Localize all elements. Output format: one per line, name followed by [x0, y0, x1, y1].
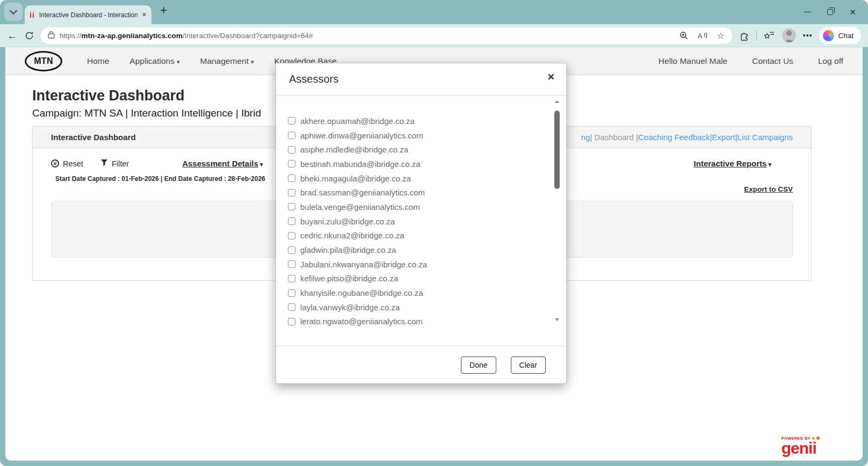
nav-item-management[interactable]: Management▾ — [200, 56, 254, 66]
assessor-checkbox[interactable] — [288, 289, 295, 297]
address-bar[interactable]: https://mtn-za-ap.geniianalytics.com/Int… — [41, 27, 732, 44]
chevron-down-icon: ▾ — [177, 59, 180, 65]
assessor-checkbox[interactable] — [288, 275, 295, 282]
nav-item-home[interactable]: Home — [87, 56, 109, 66]
minimize-button[interactable] — [804, 12, 811, 12]
modal-header: Assessors — [276, 63, 566, 96]
filter-icon — [100, 159, 108, 168]
assessor-item[interactable]: brad.sassman@geniianalytics.com — [288, 185, 545, 200]
assessor-checkbox[interactable] — [288, 246, 295, 254]
assessor-email: buyani.zulu@ibridge.co.za — [300, 217, 395, 226]
assessor-checkbox[interactable] — [288, 303, 295, 311]
settings-more-icon[interactable]: ••• — [803, 31, 813, 40]
assessor-checkbox[interactable] — [288, 203, 295, 210]
scrollbar-thumb[interactable] — [554, 111, 560, 189]
assessor-checkbox[interactable] — [288, 318, 295, 325]
copilot-chat-button[interactable]: Chat — [819, 27, 861, 44]
assessor-email: cedric.nkuna2@ibridge.co.za — [300, 231, 404, 240]
assessor-item[interactable]: bestinah.mabunda@ibridge.co.za — [288, 157, 545, 171]
assessor-email: bheki.magagula@ibridge.co.za — [300, 174, 411, 183]
assessor-item[interactable]: khanyisile.ngubane@ibridge.co.za — [288, 286, 545, 300]
restore-button[interactable] — [827, 9, 833, 15]
nav-item-log-off[interactable]: Log off — [818, 56, 843, 66]
assessor-item[interactable]: asiphe.mdledle@ibridge.co.za — [288, 142, 545, 157]
panel-link[interactable]: ng — [581, 133, 590, 142]
genii-brand-text: genii — [782, 440, 820, 456]
assessor-email: layla.vanwyk@ibridge.co.za — [300, 303, 400, 312]
zoom-in-icon[interactable] — [679, 31, 689, 40]
svg-text:A: A — [698, 32, 703, 40]
panel-link[interactable]: Export — [712, 133, 735, 142]
chevron-down-icon: ▾ — [260, 161, 263, 168]
nav-item-contact-us[interactable]: Contact Us — [752, 56, 793, 66]
nav-item-applications[interactable]: Applications▾ — [129, 56, 179, 66]
panel-link-separator: | — [590, 133, 594, 142]
back-button[interactable]: ← — [7, 30, 18, 42]
assessor-item[interactable]: lerato.ngwato@geniianalytics.com — [288, 315, 545, 329]
assessor-checkbox[interactable] — [288, 132, 295, 139]
assessor-checkbox[interactable] — [288, 146, 295, 154]
mtn-logo[interactable]: MTN — [25, 51, 62, 71]
assessor-item[interactable]: akhere.opuamah@ibridge.co.za — [288, 114, 545, 128]
panel-link[interactable]: List Campaigns — [737, 133, 793, 142]
export-to-csv-link[interactable]: Export to CSV — [744, 185, 793, 193]
done-button[interactable]: Done — [461, 356, 496, 374]
assessor-item[interactable]: buyani.zulu@ibridge.co.za — [288, 214, 545, 229]
assessor-item[interactable]: layla.vanwyk@ibridge.co.za — [288, 300, 545, 315]
assessor-list: akhere.opuamah@ibridge.co.zaaphiwe.dinwa… — [276, 96, 566, 347]
new-tab-button[interactable]: + — [160, 4, 167, 17]
assessment-details-dropdown[interactable]: Assessment Details▾ — [182, 159, 263, 168]
window-controls: ✕ — [804, 0, 868, 24]
tab-close-icon[interactable]: ✕ — [142, 11, 147, 18]
assessor-email: bestinah.mabunda@ibridge.co.za — [300, 159, 421, 169]
browser-tab-active[interactable]: ii Interactive Dashboard - Interaction ✕ — [25, 5, 151, 24]
assessor-email: lerato.ngwato@geniianalytics.com — [300, 317, 423, 326]
tab-search-button[interactable] — [4, 3, 23, 21]
assessor-email: brad.sassman@geniianalytics.com — [300, 188, 425, 197]
reset-icon: ✕ — [51, 159, 59, 168]
assessor-item[interactable]: aphiwe.dinwa@geniianalytics.com — [288, 128, 545, 143]
read-aloud-icon[interactable]: A — [697, 31, 708, 40]
reset-button[interactable]: ✕ Reset — [51, 159, 83, 168]
assessor-checkbox[interactable] — [288, 160, 295, 168]
browser-toolbar: ← https://mtn-za-ap.geniianalytics.com/I… — [0, 24, 868, 47]
window-close-button[interactable]: ✕ — [849, 8, 856, 17]
assessor-email: khanyisile.ngubane@ibridge.co.za — [300, 288, 423, 297]
url-text[interactable]: https://mtn-za-ap.geniianalytics.com/Int… — [60, 32, 675, 40]
browser-window: ii Interactive Dashboard - Interaction ✕… — [0, 0, 868, 466]
collections-icon[interactable] — [764, 31, 775, 40]
assessor-checkbox[interactable] — [288, 174, 295, 182]
assessor-item[interactable]: bheki.magagula@ibridge.co.za — [288, 171, 545, 186]
assessor-checkbox[interactable] — [288, 232, 295, 239]
assessor-checkbox[interactable] — [288, 260, 295, 268]
browser-titlebar: ii Interactive Dashboard - Interaction ✕… — [0, 0, 868, 24]
assessor-email: Jabulani.nkwanyana@ibridge.co.za — [300, 260, 427, 269]
assessor-item[interactable]: bulela.venge@geniianalytics.com — [288, 200, 545, 214]
clear-button[interactable]: Clear — [511, 356, 546, 374]
scroll-down-icon[interactable] — [555, 318, 559, 321]
chevron-down-icon: ▾ — [768, 161, 771, 168]
filter-button[interactable]: Filter — [100, 159, 129, 168]
assessor-checkbox[interactable] — [288, 189, 295, 196]
assessor-item[interactable]: gladwin.pila@ibridge.co.za — [288, 243, 545, 257]
assessor-checkbox[interactable] — [288, 217, 295, 225]
assessor-email: bulela.venge@geniianalytics.com — [300, 202, 420, 212]
user-greeting: Hello Manuel Male — [659, 56, 727, 66]
assessor-item[interactable]: Jabulani.nkwanyana@ibridge.co.za — [288, 257, 545, 272]
panel-link[interactable]: Coaching Feedback — [638, 133, 710, 142]
modal-title: Assessors — [289, 73, 338, 85]
chat-label: Chat — [838, 32, 853, 40]
modal-close-icon[interactable]: ✕ — [547, 71, 555, 83]
refresh-button[interactable] — [25, 31, 34, 40]
assessor-checkbox[interactable] — [288, 117, 295, 125]
extensions-icon[interactable] — [739, 31, 749, 41]
assessor-email: aphiwe.dinwa@geniianalytics.com — [300, 131, 423, 140]
toolbar-divider — [756, 30, 757, 41]
assessor-item[interactable]: kefilwe.pitso@ibridge.co.za — [288, 272, 545, 286]
profile-avatar[interactable] — [782, 28, 796, 42]
assessor-item[interactable]: cedric.nkuna2@ibridge.co.za — [288, 229, 545, 243]
modal-scrollbar[interactable] — [554, 100, 560, 343]
scroll-up-icon[interactable] — [555, 100, 559, 103]
favorite-star-icon[interactable]: ☆ — [717, 31, 724, 41]
interactive-reports-dropdown[interactable]: Interactive Reports▾ — [694, 159, 771, 168]
